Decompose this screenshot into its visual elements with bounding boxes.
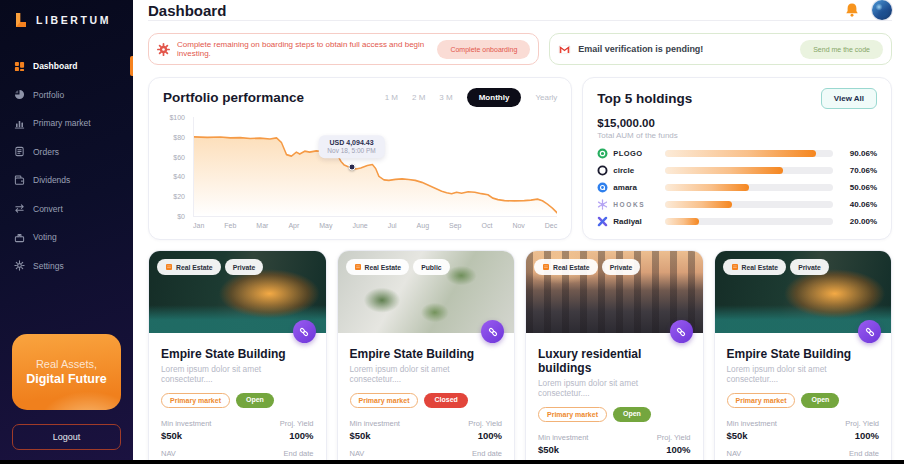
primary-market-icon — [14, 118, 25, 129]
sidebar-item-label: Settings — [33, 261, 64, 271]
hooks-icon — [597, 199, 608, 210]
property-title: Empire State Building — [727, 347, 880, 361]
real-estate-tag: Real Estate — [534, 259, 598, 275]
top-holdings-title: Top 5 holdings — [597, 91, 692, 106]
property-stats: Min investmentProj. Yield $50k100% NAVEn… — [350, 419, 503, 460]
holding-name: HOOKS — [613, 201, 659, 208]
logo-text: LIBERTUM — [36, 14, 111, 26]
sidebar-item-orders[interactable]: Orders — [0, 138, 133, 167]
topbar: Dashboard — [148, 0, 892, 21]
stat-value: 100% — [289, 430, 313, 441]
total-aum-value: $15,000.00 — [597, 117, 877, 129]
holding-percent: 90.06% — [843, 149, 877, 158]
tab-2m[interactable]: 2 M — [412, 93, 425, 102]
sidebar-item-label: Convert — [33, 204, 63, 214]
view-all-button[interactable]: View All — [821, 88, 877, 109]
app-window: LIBERTUM Dashboard Portfolio Primary mar… — [0, 0, 904, 460]
visibility-tag: Private — [225, 259, 264, 275]
sidebar-item-convert[interactable]: Convert — [0, 195, 133, 224]
property-card: Real Estate Private Empire State Buildin… — [148, 250, 327, 460]
send-code-button[interactable]: Send me the code — [800, 40, 883, 59]
holding-row[interactable]: HOOKS 40.06% — [597, 199, 877, 210]
sidebar: LIBERTUM Dashboard Portfolio Primary mar… — [0, 0, 133, 460]
top-holdings-panel: Top 5 holdings View All $15,000.00 Total… — [582, 77, 892, 240]
stat-label: Proj. Yield — [280, 419, 314, 428]
stat-label: Min investment — [538, 433, 588, 442]
holding-row[interactable]: circle 70.06% — [597, 165, 877, 176]
holding-row[interactable]: Radiyal 20.00% — [597, 216, 877, 227]
stat-label: Proj. Yield — [657, 433, 691, 442]
amara-icon — [597, 182, 608, 193]
holding-bar — [665, 167, 833, 174]
email-alert-message: Email verification is pending! — [578, 44, 793, 54]
plogo-icon — [597, 148, 608, 159]
holding-row[interactable]: amara 50.06% — [597, 182, 877, 193]
radiyal-icon — [597, 216, 608, 227]
holding-percent: 70.06% — [843, 166, 877, 175]
status-tag: Open — [613, 407, 651, 422]
holding-bar — [665, 201, 833, 208]
tab-yearly[interactable]: Yearly — [535, 93, 557, 102]
stat-label: End date — [849, 449, 879, 458]
stat-label: Proj. Yield — [468, 419, 502, 428]
tab-3m[interactable]: 3 M — [439, 93, 452, 102]
property-card: Real Estate Private Luxury residential b… — [525, 250, 704, 460]
sidebar-item-label: Dashboard — [33, 61, 77, 71]
share-link-icon[interactable] — [481, 320, 504, 343]
visibility-tag: Public — [413, 259, 449, 275]
property-description: Lorem ipsum dolor sit amet consectetur..… — [350, 364, 503, 384]
building-icon — [165, 263, 173, 271]
property-card: Real Estate Public Empire State Building… — [337, 250, 516, 460]
alerts-row: Complete remaining on boarding steps to … — [148, 33, 892, 65]
portfolio-chart: $100$80$60$40$20$0 — [163, 117, 557, 217]
holding-percent: 40.06% — [843, 200, 877, 209]
visibility-tag: Private — [790, 259, 829, 275]
sidebar-nav: Dashboard Portfolio Primary market Order… — [0, 38, 133, 280]
stat-label: Proj. Yield — [845, 419, 879, 428]
chart-plot-area[interactable]: USD 4,094.43 Nov 18, 5:00 PM — [193, 117, 557, 217]
property-title: Empire State Building — [161, 347, 314, 361]
user-avatar[interactable] — [872, 0, 892, 20]
status-tag: Open — [801, 393, 839, 408]
promo-line1: Real Assets, — [36, 358, 97, 370]
share-link-icon[interactable] — [293, 320, 316, 343]
stat-value: $50k — [350, 430, 371, 441]
holdings-list: PLOGO 90.06% circle 70.06% amara — [597, 148, 877, 229]
property-stats: Min investmentProj. Yield $50k100% NAVEn… — [161, 419, 314, 460]
complete-onboarding-button[interactable]: Complete onboarding — [437, 40, 530, 59]
share-link-icon[interactable] — [670, 320, 693, 343]
primary-market-tag: Primary market — [350, 393, 419, 408]
panels-row: Portfolio performance 1 M 2 M 3 M Monthl… — [148, 77, 892, 240]
primary-market-tag: Primary market — [538, 407, 607, 422]
page-title: Dashboard — [148, 2, 226, 19]
sidebar-item-dashboard[interactable]: Dashboard — [0, 52, 133, 81]
notifications-bell-icon[interactable] — [844, 2, 860, 18]
property-stats: Min investmentProj. Yield $50k100% NAVEn… — [538, 433, 691, 460]
stat-value: 100% — [478, 430, 502, 441]
building-icon — [354, 263, 362, 271]
sidebar-item-voting[interactable]: Voting — [0, 223, 133, 252]
stat-value: $50k — [538, 444, 559, 455]
settings-icon — [14, 260, 25, 271]
share-link-icon[interactable] — [858, 320, 881, 343]
gmail-icon — [558, 43, 571, 56]
sidebar-item-primary-market[interactable]: Primary market — [0, 109, 133, 138]
sidebar-item-label: Dividends — [33, 175, 70, 185]
building-icon — [731, 263, 739, 271]
promo-banner[interactable]: Real Assets, Digital Future — [12, 334, 121, 410]
tab-1m[interactable]: 1 M — [385, 93, 398, 102]
building-icon — [542, 263, 550, 271]
holding-row[interactable]: PLOGO 90.06% — [597, 148, 877, 159]
property-cards-row: Real Estate Private Empire State Buildin… — [148, 250, 892, 460]
tab-monthly[interactable]: Monthly — [467, 88, 522, 107]
stat-value: $50k — [161, 430, 182, 441]
sidebar-item-dividends[interactable]: Dividends — [0, 166, 133, 195]
sidebar-item-portfolio[interactable]: Portfolio — [0, 81, 133, 110]
real-estate-tag: Real Estate — [157, 259, 221, 275]
logout-button[interactable]: Logout — [12, 424, 121, 450]
stat-label: End date — [472, 449, 502, 458]
property-image: Real Estate Private — [715, 251, 892, 333]
portfolio-performance-title: Portfolio performance — [163, 90, 304, 105]
sidebar-item-settings[interactable]: Settings — [0, 252, 133, 281]
stat-label: NAV — [727, 449, 742, 458]
